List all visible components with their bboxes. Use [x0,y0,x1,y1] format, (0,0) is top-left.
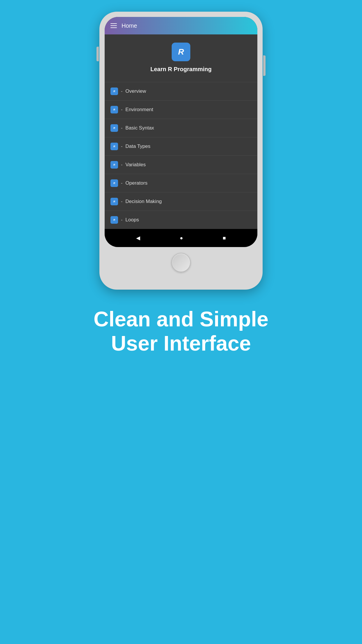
label-decision-making: Decision Making [125,199,162,204]
dash-overview: - [121,89,122,94]
home-nav-button[interactable]: ● [178,234,185,242]
menu-item-loops[interactable]: R - Loops [105,211,257,229]
r-icon-operators: R [110,179,118,187]
app-header: Home [105,17,257,34]
r-icon-data-types: R [110,143,118,150]
r-logo: R [172,43,190,61]
menu-item-environment[interactable]: R - Environment [105,100,257,119]
back-button[interactable]: ◀ [134,234,143,242]
r-icon-environment: R [110,106,118,113]
app-title: Learn R Programming [150,66,212,73]
menu-item-variables[interactable]: R - Variables [105,155,257,174]
r-icon-decision-making: R [110,198,118,205]
dash-operators: - [121,181,122,186]
phone-frame: Home R Learn R Programming R - Overview [99,12,263,290]
label-data-types: Data Types [125,144,150,149]
label-loops: Loops [125,217,139,223]
home-button[interactable] [171,253,191,272]
menu-item-data-types[interactable]: R - Data Types [105,137,257,155]
r-icon-variables: R [110,161,118,169]
bottom-headline-line1: Clean and Simple [94,307,268,331]
phone-outer: Home R Learn R Programming R - Overview [99,12,263,290]
dash-data-types: - [121,144,122,149]
menu-item-operators[interactable]: R - Operators [105,174,257,192]
label-basic-syntax: Basic Syntax [125,125,154,131]
menu-item-basic-syntax[interactable]: R - Basic Syntax [105,119,257,137]
menu-item-overview[interactable]: R - Overview [105,82,257,100]
r-icon-loops: R [110,216,118,224]
r-logo-text: R [178,47,184,57]
app-logo-area: R Learn R Programming [105,34,257,82]
header-title: Home [122,22,137,29]
dash-basic-syntax: - [121,125,122,131]
menu-item-decision-making[interactable]: R - Decision Making [105,192,257,211]
dash-environment: - [121,107,122,112]
label-variables: Variables [125,162,146,168]
recents-button[interactable]: ■ [220,234,228,242]
label-operators: Operators [125,180,147,186]
r-icon-basic-syntax: R [110,124,118,132]
bottom-nav-bar: ◀ ● ■ [105,229,257,247]
label-overview: Overview [125,88,146,94]
hamburger-icon[interactable] [110,23,117,28]
bottom-headline: Clean and Simple User Interface [94,307,268,356]
bottom-headline-line2: User Interface [111,332,251,355]
bottom-text-section: Clean and Simple User Interface [76,307,286,356]
label-environment: Environment [125,107,153,113]
dash-variables: - [121,162,122,167]
r-icon-overview: R [110,88,118,95]
menu-list: R - Overview R - Environment R - [105,82,257,229]
phone-screen: Home R Learn R Programming R - Overview [105,17,257,247]
dash-decision-making: - [121,199,122,204]
home-button-area [105,247,257,278]
dash-loops: - [121,217,122,223]
